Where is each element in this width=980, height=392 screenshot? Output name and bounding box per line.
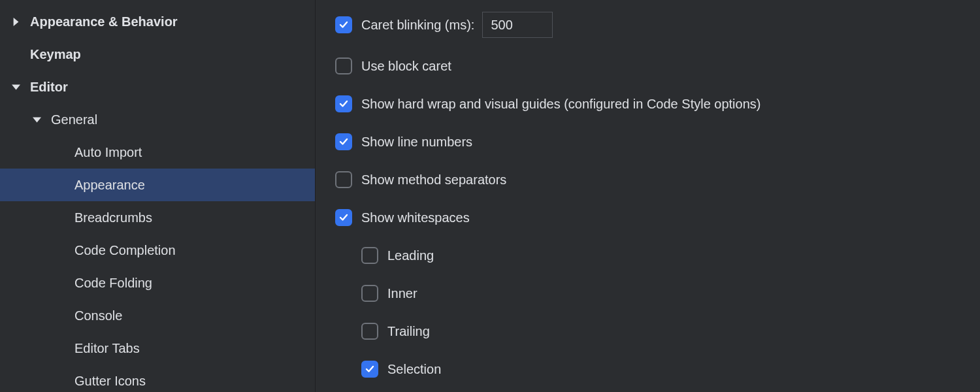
sidebar-item-code-completion[interactable]: Code Completion — [0, 234, 315, 267]
checkbox-selection[interactable] — [361, 361, 378, 378]
sidebar-label: Code Completion — [74, 243, 176, 258]
settings-sidebar: Appearance & Behavior Keymap Editor Gene… — [0, 0, 316, 392]
whitespace-subgroup: Leading Inner Trailing Selection — [361, 246, 960, 379]
sidebar-item-editor-tabs[interactable]: Editor Tabs — [0, 332, 315, 365]
label-show-whitespaces: Show whitespaces — [361, 210, 470, 225]
label-show-hard-wrap: Show hard wrap and visual guides (config… — [361, 97, 760, 112]
chevron-right-icon — [12, 18, 30, 26]
sidebar-label: Appearance — [74, 178, 145, 193]
sidebar-item-keymap[interactable]: Keymap — [0, 38, 315, 71]
label-show-method-separators: Show method separators — [361, 172, 506, 188]
row-trailing: Trailing — [361, 321, 960, 341]
settings-content: Caret blinking (ms): Use block caret Sho… — [316, 0, 980, 392]
sidebar-label: Appearance & Behavior — [30, 14, 178, 29]
label-trailing: Trailing — [387, 324, 430, 339]
label-use-block-caret: Use block caret — [361, 59, 451, 74]
label-leading: Leading — [387, 248, 434, 263]
sidebar-label: Code Folding — [74, 276, 152, 291]
label-show-line-numbers: Show line numbers — [361, 135, 472, 150]
row-leading: Leading — [361, 246, 960, 265]
row-use-block-caret: Use block caret — [335, 56, 960, 76]
sidebar-item-console[interactable]: Console — [0, 299, 315, 332]
row-inner: Inner — [361, 284, 960, 303]
sidebar-item-auto-import[interactable]: Auto Import — [0, 136, 315, 169]
sidebar-label: Editor Tabs — [74, 341, 140, 356]
sidebar-label: Keymap — [30, 47, 81, 62]
checkbox-use-block-caret[interactable] — [335, 57, 352, 74]
sidebar-item-appearance-behavior[interactable]: Appearance & Behavior — [0, 5, 315, 38]
checkbox-leading[interactable] — [361, 247, 378, 264]
sidebar-label: Editor — [30, 80, 68, 95]
checkbox-show-whitespaces[interactable] — [335, 209, 352, 226]
sidebar-label: Breadcrumbs — [74, 210, 152, 225]
input-caret-blinking-ms[interactable] — [482, 12, 553, 38]
sidebar-item-general[interactable]: General — [0, 103, 315, 136]
row-show-whitespaces: Show whitespaces — [335, 208, 960, 227]
sidebar-item-editor[interactable]: Editor — [0, 71, 315, 103]
label-inner: Inner — [387, 286, 417, 301]
sidebar-item-gutter-icons[interactable]: Gutter Icons — [0, 365, 315, 392]
checkbox-show-hard-wrap[interactable] — [335, 95, 352, 112]
checkbox-inner[interactable] — [361, 285, 378, 302]
sidebar-label: Gutter Icons — [74, 374, 146, 389]
label-caret-blinking: Caret blinking (ms): — [361, 18, 474, 33]
sidebar-item-appearance[interactable]: Appearance — [0, 169, 315, 201]
row-caret-blinking: Caret blinking (ms): — [335, 12, 960, 38]
checkbox-show-method-separators[interactable] — [335, 171, 352, 188]
sidebar-label: General — [51, 112, 97, 127]
sidebar-item-code-folding[interactable]: Code Folding — [0, 267, 315, 299]
row-selection: Selection — [361, 359, 960, 379]
sidebar-label: Auto Import — [74, 145, 142, 160]
row-show-method-separators: Show method separators — [335, 170, 960, 189]
row-show-line-numbers: Show line numbers — [335, 132, 960, 152]
row-show-hard-wrap: Show hard wrap and visual guides (config… — [335, 94, 960, 114]
label-selection: Selection — [387, 362, 441, 377]
chevron-down-icon — [12, 83, 30, 91]
sidebar-label: Console — [74, 308, 122, 323]
checkbox-show-line-numbers[interactable] — [335, 133, 352, 150]
checkbox-caret-blinking[interactable] — [335, 16, 352, 33]
checkbox-trailing[interactable] — [361, 323, 378, 340]
sidebar-item-breadcrumbs[interactable]: Breadcrumbs — [0, 201, 315, 234]
chevron-down-icon — [33, 116, 51, 124]
